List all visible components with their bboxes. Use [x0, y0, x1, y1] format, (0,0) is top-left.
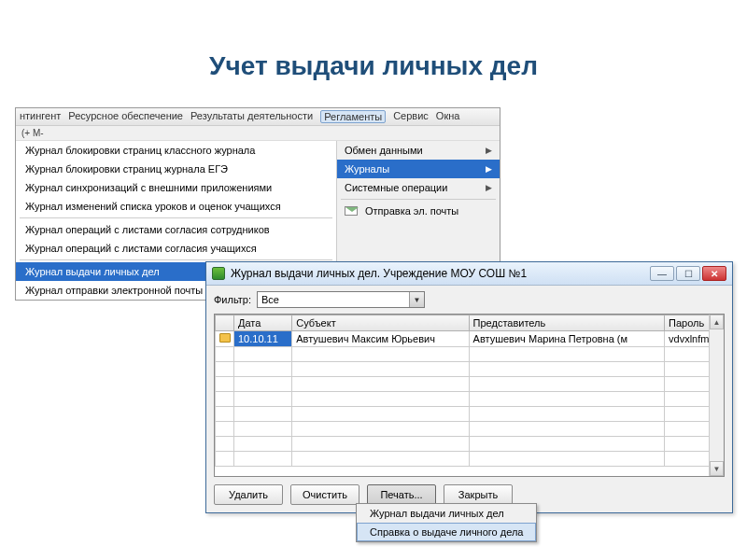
chevron-right-icon: ▶: [486, 183, 492, 192]
table-row[interactable]: [216, 392, 724, 407]
close-dialog-button[interactable]: Закрыть: [444, 484, 513, 505]
menu-item-0[interactable]: нтингент: [20, 110, 61, 123]
cell-rep[interactable]: Автушевич Марина Петровна (м: [469, 331, 664, 347]
col-subject[interactable]: Субъект: [292, 315, 469, 331]
window-title: Журнал выдачи личных дел. Учреждение МОУ…: [231, 267, 650, 280]
print-dropdown: Журнал выдачи личных дел Справка о выдач…: [356, 503, 537, 542]
table-row[interactable]: [216, 452, 724, 467]
menu-separator: [20, 217, 332, 218]
table-row[interactable]: [216, 422, 724, 437]
menu-item-2[interactable]: Результаты деятельности: [190, 110, 313, 123]
titlebar: Журнал выдачи личных дел. Учреждение МОУ…: [206, 262, 732, 286]
print-option-0[interactable]: Журнал выдачи личных дел: [357, 504, 536, 523]
submenu-label: Журналы: [345, 163, 389, 175]
col-icon[interactable]: [216, 315, 234, 331]
slide-title: Учет выдачи личных дел: [0, 51, 747, 81]
close-button[interactable]: ✕: [702, 266, 726, 281]
folder-icon: [219, 333, 231, 343]
menu-item-3[interactable]: Регламенты: [320, 110, 386, 123]
table-row[interactable]: 10.10.11 Автушевич Максим Юрьевич Автуше…: [216, 331, 724, 347]
journal-window: Журнал выдачи личных дел. Учреждение МОУ…: [205, 261, 733, 513]
submenu-label: Обмен данными: [345, 145, 423, 156]
journal-item-4[interactable]: Журнал операций с листами согласия сотру…: [16, 220, 336, 239]
clear-button[interactable]: Очистить: [290, 484, 359, 505]
filter-label: Фильтр:: [214, 294, 251, 305]
submenu-send-mail[interactable]: Отправка эл. почты: [337, 202, 500, 220]
journal-item-5[interactable]: Журнал операций с листами согласия учащи…: [16, 239, 336, 258]
delete-button[interactable]: Удалить: [214, 484, 283, 505]
menu-separator: [20, 259, 332, 260]
maximize-button[interactable]: ☐: [676, 266, 700, 281]
scroll-down-icon[interactable]: ▼: [710, 461, 724, 476]
cell-date[interactable]: 10.10.11: [234, 331, 292, 347]
menu-item-5[interactable]: Окна: [436, 110, 460, 123]
mail-icon: [345, 206, 358, 216]
submenu-system-ops[interactable]: Системные операции ▶: [337, 178, 500, 197]
vertical-scrollbar[interactable]: ▲ ▼: [709, 315, 724, 476]
print-option-1[interactable]: Справка о выдаче личного дела: [357, 523, 536, 541]
filter-combo[interactable]: Все ▼: [257, 291, 425, 308]
menu-separator: [341, 199, 496, 200]
print-button[interactable]: Печать...: [367, 484, 436, 505]
col-date[interactable]: Дата: [234, 315, 292, 331]
cell-subject[interactable]: Автушевич Максим Юрьевич: [292, 331, 469, 347]
table-row[interactable]: [216, 347, 724, 362]
table-row[interactable]: [216, 377, 724, 392]
submenu-journals[interactable]: Журналы ▶: [337, 160, 500, 178]
app-icon: [212, 267, 225, 280]
minimize-button[interactable]: —: [650, 266, 674, 281]
table-row[interactable]: [216, 362, 724, 377]
col-rep[interactable]: Представитель: [469, 315, 664, 331]
submenu-label: Отправка эл. почты: [365, 205, 458, 217]
chevron-right-icon: ▶: [486, 164, 492, 174]
data-grid[interactable]: Дата Субъект Представитель Пароль 10.10.…: [214, 314, 725, 477]
chevron-down-icon[interactable]: ▼: [409, 292, 424, 307]
filter-value: Все: [258, 294, 409, 305]
menu-item-1[interactable]: Ресурсное обеспечение: [68, 110, 183, 123]
button-row: Удалить Очистить Печать... Закрыть Журна…: [206, 477, 732, 512]
submenu-label: Системные операции: [345, 182, 447, 193]
menu-item-4[interactable]: Сервис: [393, 110, 429, 123]
table-row[interactable]: [216, 407, 724, 422]
journal-item-1[interactable]: Журнал блокировки страниц журнала ЕГЭ: [16, 160, 336, 178]
menubar: нтингент Ресурсное обеспечение Результат…: [16, 108, 500, 126]
table-row[interactable]: [216, 437, 724, 452]
chevron-right-icon: ▶: [486, 146, 492, 155]
submenu-exchange[interactable]: Обмен данными ▶: [337, 141, 500, 160]
journal-item-2[interactable]: Журнал синхронизаций с внешними приложен…: [16, 178, 336, 197]
toolbar-strip: (+ М-: [16, 126, 500, 141]
journal-item-3[interactable]: Журнал изменений списка уроков и оценок …: [16, 197, 336, 216]
scroll-up-icon[interactable]: ▲: [710, 315, 724, 329]
journal-item-0[interactable]: Журнал блокировки страниц классного журн…: [16, 141, 336, 160]
